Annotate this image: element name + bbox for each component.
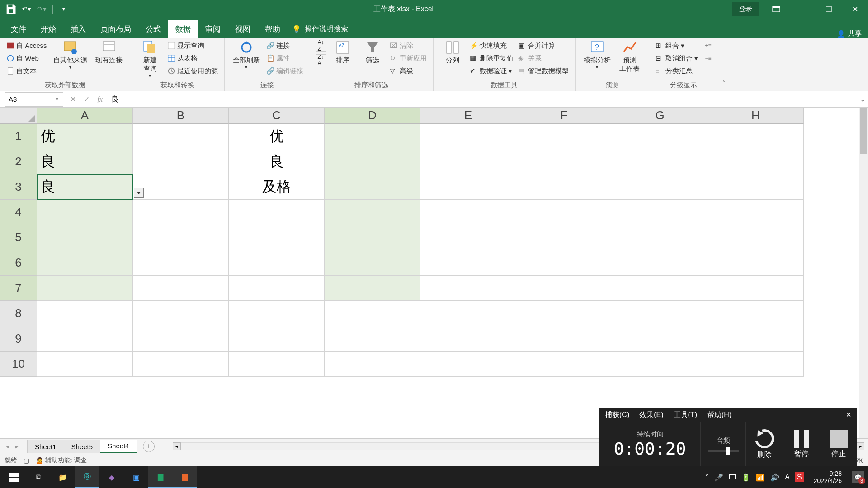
taskbar-clock[interactable]: 9:282022/4/26: [809, 470, 846, 484]
cell-C7[interactable]: [229, 276, 325, 301]
from-table-button[interactable]: 从表格: [166, 52, 219, 64]
formula-input[interactable]: [107, 91, 857, 107]
cell-A9[interactable]: [37, 326, 133, 352]
tray-updates-icon[interactable]: 🗔: [729, 473, 736, 481]
cell-C10[interactable]: [229, 352, 325, 377]
cell-F5[interactable]: [516, 225, 612, 250]
cell-F2[interactable]: [516, 149, 612, 174]
cell-D3[interactable]: [325, 174, 420, 200]
rec-menu-effect[interactable]: 效果(E): [639, 410, 663, 420]
cell-H10[interactable]: [708, 352, 804, 377]
cell-D5[interactable]: [325, 225, 420, 250]
recent-source-button[interactable]: 最近使用的源: [166, 65, 219, 77]
col-header-G[interactable]: G: [612, 108, 708, 124]
cell-F8[interactable]: [516, 301, 612, 326]
cell-F6[interactable]: [516, 250, 612, 276]
tray-expand-icon[interactable]: ˄: [705, 473, 709, 482]
minimize-icon[interactable]: ─: [789, 0, 816, 18]
cell-A5[interactable]: [37, 225, 133, 250]
cell-B9[interactable]: [133, 326, 229, 352]
hscroll-right-icon[interactable]: ▸: [856, 442, 864, 450]
tray-ime2-icon[interactable]: S: [795, 472, 804, 482]
row-header-6[interactable]: 6: [0, 250, 37, 276]
rec-menu-tool[interactable]: 工具(T): [674, 410, 697, 420]
tab-insert[interactable]: 插入: [63, 20, 93, 38]
col-header-A[interactable]: A: [37, 108, 133, 124]
login-button[interactable]: 登录: [732, 2, 759, 16]
sheet-tab-Sheet4[interactable]: Sheet4: [100, 440, 137, 453]
cell-D4[interactable]: [325, 200, 420, 225]
cell-E9[interactable]: [420, 326, 516, 352]
cell-E1[interactable]: [420, 124, 516, 149]
collapse-ribbon-icon[interactable]: ˄: [718, 38, 729, 91]
from-web-button[interactable]: 自 Web: [5, 52, 48, 64]
from-access-button[interactable]: 自 Access: [5, 40, 48, 52]
row-header-3[interactable]: 3: [0, 174, 37, 200]
consolidate-button[interactable]: ▣合并计算: [517, 40, 570, 52]
cell-H2[interactable]: [708, 149, 804, 174]
cell-F1[interactable]: [516, 124, 612, 149]
row-header-8[interactable]: 8: [0, 301, 37, 326]
taskbar-app1[interactable]: ▣: [124, 466, 148, 488]
cell-G6[interactable]: [612, 250, 708, 276]
sheet-nav-last-icon[interactable]: ▸: [13, 442, 21, 450]
qat-more-icon[interactable]: ▾: [57, 3, 70, 15]
cell-H9[interactable]: [708, 326, 804, 352]
rec-pause-button[interactable]: 暂停: [783, 422, 820, 466]
cell-G9[interactable]: [612, 326, 708, 352]
share-button[interactable]: 👤共享: [830, 29, 868, 38]
data-validation-button[interactable]: ✔数据验证 ▾: [469, 65, 514, 77]
cell-G10[interactable]: [612, 352, 708, 377]
cell-E4[interactable]: [420, 200, 516, 225]
tell-me-search[interactable]: 💡操作说明搜索: [288, 20, 353, 38]
cell-A4[interactable]: [37, 200, 133, 225]
select-all-corner[interactable]: [0, 108, 37, 124]
start-button[interactable]: [2, 466, 26, 488]
subtotal-button[interactable]: ≡分类汇总: [655, 65, 699, 77]
tray-mic-icon[interactable]: 🎤: [714, 473, 723, 482]
sort-desc-button[interactable]: Z↓A: [316, 54, 326, 66]
tab-data[interactable]: 数据: [168, 20, 198, 38]
sheet-tab-Sheet5[interactable]: Sheet5: [64, 440, 101, 453]
whatif-button[interactable]: ?模拟分析▾: [581, 40, 613, 70]
expand-formula-icon[interactable]: ⌄: [857, 91, 868, 107]
tray-wifi-icon[interactable]: 📶: [756, 473, 765, 482]
taskbar-explorer[interactable]: 📁: [51, 466, 75, 488]
macro-record-icon[interactable]: ▢: [24, 457, 29, 464]
taskbar-excel[interactable]: ▇: [148, 466, 173, 488]
taskbar-camtasia[interactable]: ▇: [173, 466, 197, 488]
from-text-button[interactable]: 自文本: [5, 65, 48, 77]
cell-H5[interactable]: [708, 225, 804, 250]
rec-delete-button[interactable]: 删除: [746, 422, 783, 466]
name-box[interactable]: A3▼: [5, 92, 63, 107]
cell-C6[interactable]: [229, 250, 325, 276]
undo-icon[interactable]: ↶▾: [20, 3, 33, 15]
cell-A7[interactable]: [37, 276, 133, 301]
cell-B3[interactable]: [133, 174, 229, 200]
from-other-button[interactable]: 自其他来源▾: [51, 40, 90, 70]
row-header-4[interactable]: 4: [0, 200, 37, 225]
cell-C1[interactable]: 优: [229, 124, 325, 149]
hscroll-left-icon[interactable]: ◂: [173, 442, 181, 450]
flash-fill-button[interactable]: ⚡快速填充: [469, 40, 514, 52]
cell-D6[interactable]: [325, 250, 420, 276]
taskbar-edge[interactable]: ⓔ: [75, 466, 99, 488]
notification-icon[interactable]: 💬3: [852, 471, 864, 483]
cell-A1[interactable]: 优: [37, 124, 133, 149]
advanced-filter-button[interactable]: ▽高级: [389, 65, 428, 77]
cell-H8[interactable]: [708, 301, 804, 326]
show-query-button[interactable]: 显示查询: [166, 40, 219, 52]
cell-H1[interactable]: [708, 124, 804, 149]
cell-G1[interactable]: [612, 124, 708, 149]
cell-G5[interactable]: [612, 225, 708, 250]
fx-icon[interactable]: fx: [93, 91, 107, 107]
cell-G3[interactable]: [612, 174, 708, 200]
cell-H7[interactable]: [708, 276, 804, 301]
data-validation-dropdown-icon[interactable]: [134, 188, 144, 198]
cell-E10[interactable]: [420, 352, 516, 377]
cell-B5[interactable]: [133, 225, 229, 250]
cell-B7[interactable]: [133, 276, 229, 301]
filter-button[interactable]: 筛选: [359, 40, 386, 65]
tray-volume-icon[interactable]: 🔊: [770, 473, 779, 482]
cell-B1[interactable]: [133, 124, 229, 149]
